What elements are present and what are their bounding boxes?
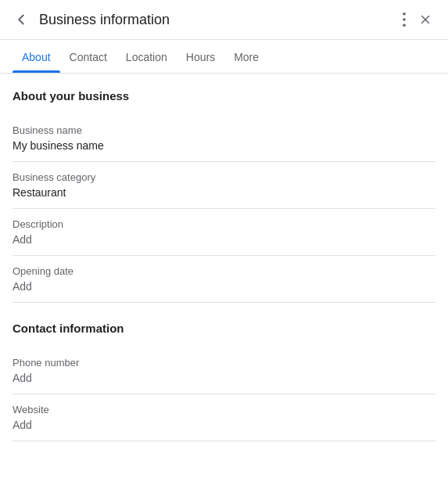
business-category-label: Business category [13, 171, 435, 183]
opening-date-field[interactable]: Opening date Add [13, 256, 435, 303]
business-name-value: My business name [13, 139, 435, 152]
opening-date-label: Opening date [13, 265, 435, 277]
contact-section-title: Contact information [13, 322, 435, 335]
svg-point-2 [403, 23, 406, 27]
content-area: About your business Business name My bus… [0, 74, 448, 457]
website-field[interactable]: Website Add [13, 394, 435, 441]
svg-point-0 [403, 13, 406, 16]
tab-more[interactable]: More [224, 40, 268, 73]
business-name-label: Business name [13, 124, 435, 136]
about-section-title: About your business [13, 89, 435, 103]
opening-date-value: Add [13, 280, 435, 293]
header-actions [400, 9, 435, 30]
more-options-button[interactable] [400, 9, 409, 30]
tab-location[interactable]: Location [116, 40, 177, 73]
tab-contact[interactable]: Contact [60, 40, 116, 73]
tab-about[interactable]: About [13, 40, 60, 73]
phone-number-label: Phone number [13, 357, 435, 369]
svg-point-1 [403, 18, 406, 21]
business-name-field[interactable]: Business name My business name [13, 115, 435, 162]
back-button[interactable] [13, 11, 30, 28]
description-field[interactable]: Description Add [13, 209, 435, 256]
phone-number-field[interactable]: Phone number Add [13, 347, 435, 394]
contact-section: Contact information Phone number Add Web… [13, 322, 435, 441]
business-category-value: Restaurant [13, 186, 435, 199]
tabs-nav: About Contact Location Hours More [0, 40, 448, 74]
website-value: Add [13, 419, 435, 431]
close-button[interactable] [415, 9, 435, 30]
tab-hours[interactable]: Hours [177, 40, 224, 73]
page-title: Business information [39, 12, 400, 28]
description-value: Add [13, 233, 435, 246]
business-category-field[interactable]: Business category Restaurant [13, 162, 435, 209]
header: Business information [0, 0, 448, 40]
website-label: Website [13, 404, 435, 415]
phone-number-value: Add [13, 372, 435, 384]
description-label: Description [13, 218, 435, 230]
